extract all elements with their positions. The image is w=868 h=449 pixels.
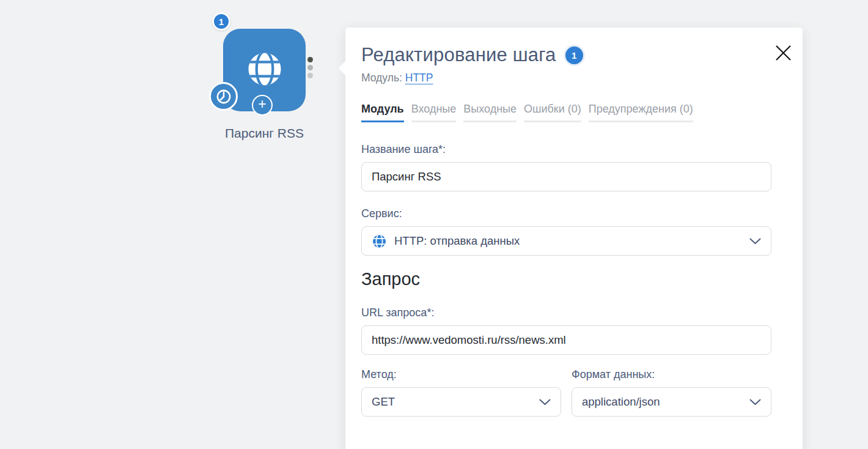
edit-step-panel: Редактирование шага 1 Модуль: HTTP Модул… — [345, 28, 803, 449]
tab-module[interactable]: Модуль — [361, 103, 404, 122]
data-format-label: Формат данных: — [572, 368, 771, 381]
method-select[interactable]: GET — [361, 387, 561, 417]
tab-inputs[interactable]: Входные — [411, 103, 457, 122]
menu-dot — [307, 73, 313, 78]
service-label: Сервис: — [361, 207, 771, 220]
step-label: Парсинг RSS — [211, 126, 318, 141]
tab-errors[interactable]: Ошибки (0) — [524, 103, 581, 122]
panel-tabs: Модуль Входные Выходные Ошибки (0) Преду… — [361, 103, 771, 122]
module-label: Модуль: — [361, 72, 402, 84]
url-label: URL запроса*: — [361, 306, 771, 319]
step-name-label: Название шага*: — [361, 143, 771, 156]
method-select-value: GET — [372, 395, 395, 409]
workflow-step-node: 1 + Парсинг RSS — [211, 13, 333, 145]
workflow-canvas: 1 + Парсинг RSS — [0, 0, 868, 449]
chevron-down-icon — [749, 399, 761, 406]
menu-dot — [307, 65, 313, 70]
service-select[interactable]: HTTP: отправка данных — [361, 226, 771, 256]
module-http-link[interactable]: HTTP — [405, 72, 433, 84]
globe-icon — [244, 48, 285, 92]
step-module-tile[interactable]: 1 + — [223, 29, 306, 111]
add-step-button[interactable]: + — [252, 95, 273, 116]
data-format-select[interactable]: application/json — [572, 387, 771, 417]
service-select-value: HTTP: отправка данных — [394, 234, 520, 248]
step-name-input[interactable] — [361, 162, 771, 191]
data-format-select-value: application/json — [582, 395, 660, 409]
close-panel-button[interactable] — [773, 43, 793, 64]
chevron-down-icon — [539, 399, 551, 406]
menu-dot — [307, 57, 313, 62]
plus-icon: + — [258, 97, 266, 111]
tab-warnings[interactable]: Предупреждения (0) — [589, 103, 693, 122]
step-menu-dots[interactable] — [307, 57, 313, 78]
tab-outputs[interactable]: Выходные — [463, 103, 517, 122]
request-section-title: Запрос — [361, 269, 771, 289]
close-icon — [774, 43, 793, 64]
step-number-badge: 1 — [212, 12, 230, 31]
method-label: Метод: — [361, 368, 561, 381]
chevron-down-icon — [749, 238, 761, 245]
url-input[interactable] — [361, 325, 771, 355]
panel-title: Редактирование шага — [361, 44, 556, 66]
clock-icon — [209, 82, 238, 111]
step-number-badge: 1 — [565, 46, 583, 64]
globe-icon — [372, 234, 387, 249]
